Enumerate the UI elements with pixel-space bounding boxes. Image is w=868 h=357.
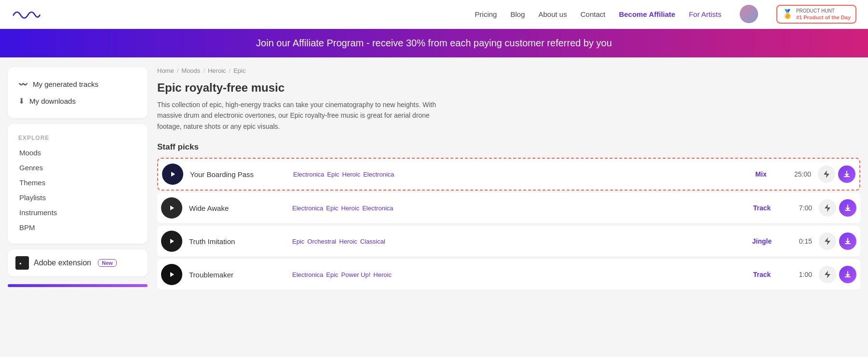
track-tag[interactable]: Electronica: [362, 205, 393, 212]
ph-line1: PRODUCT HUNT: [796, 8, 851, 14]
download-button[interactable]: [839, 199, 856, 217]
track-actions: [819, 233, 856, 250]
svg-text:▪: ▪: [19, 260, 21, 267]
bolt-button[interactable]: [819, 199, 836, 217]
track-tag[interactable]: Orchestral: [307, 238, 336, 245]
sidebar-explore-card: EXPLORE Moods Genres Themes Playlists In…: [8, 124, 148, 244]
track-type: Jingle: [745, 237, 779, 245]
bolt-button[interactable]: [819, 266, 836, 283]
track-row: Troublemaker Electronica Epic Power Up! …: [157, 259, 860, 290]
sidebar-item-my-generated-tracks[interactable]: 〰️ My generated tracks: [15, 76, 140, 93]
sidebar-item-label: My downloads: [29, 97, 76, 105]
breadcrumb-home[interactable]: Home: [157, 67, 174, 74]
breadcrumb-heroic[interactable]: Heroic: [208, 67, 226, 74]
track-tag[interactable]: Power Up!: [341, 271, 371, 278]
download-icon: ⬇: [18, 96, 25, 106]
track-tag[interactable]: Heroic: [339, 238, 357, 245]
breadcrumb-sep: /: [229, 67, 231, 74]
banner-text: Join our Affiliate Program - receive 30%…: [256, 38, 612, 48]
track-duration: 0:15: [786, 237, 812, 245]
track-tag[interactable]: Epic: [326, 205, 338, 212]
track-tag[interactable]: Electronica: [292, 205, 323, 212]
track-actions: [818, 165, 855, 183]
nav-for-artists[interactable]: For Artists: [689, 10, 721, 18]
sidebar-item-genres[interactable]: Genres: [15, 160, 140, 175]
track-actions: [819, 266, 856, 283]
sidebar-item-label: My generated tracks: [33, 80, 98, 88]
track-type: Track: [745, 271, 779, 278]
sidebar-item-playlists[interactable]: Playlists: [15, 190, 140, 205]
topnav: Pricing Blog About us Contact Become Aff…: [0, 0, 868, 29]
main-content: Home / Moods / Heroic / Epic Epic royalt…: [157, 67, 860, 342]
track-list: Your Boarding Pass Electronica Epic Hero…: [157, 158, 860, 292]
breadcrumb-moods[interactable]: Moods: [181, 67, 200, 74]
track-tag[interactable]: Heroic: [341, 205, 360, 212]
track-tag[interactable]: Electronica: [363, 171, 394, 178]
new-badge: New: [98, 259, 117, 267]
track-row: Wide Awake Electronica Epic Heroic Elect…: [157, 192, 860, 224]
sidebar-item-themes[interactable]: Themes: [15, 175, 140, 190]
track-tag[interactable]: Electronica: [292, 271, 323, 278]
sidebar-item-my-downloads[interactable]: ⬇ My downloads: [15, 93, 140, 110]
topnav-links: Pricing Blog About us Contact Become Aff…: [475, 5, 856, 24]
track-tag[interactable]: Epic: [326, 271, 338, 278]
adobe-icon: ▪: [15, 256, 29, 270]
bolt-button[interactable]: [819, 233, 836, 250]
staff-picks-label: Staff picks: [157, 142, 860, 152]
breadcrumb: Home / Moods / Heroic / Epic: [157, 67, 860, 74]
sidebar-item-bpm[interactable]: BPM: [15, 220, 140, 235]
track-tag[interactable]: Heroic: [373, 271, 392, 278]
play-button[interactable]: [162, 164, 183, 185]
avatar[interactable]: [740, 5, 758, 23]
play-button[interactable]: [161, 197, 182, 219]
svg-marker-2: [171, 172, 175, 177]
sidebar-item-moods[interactable]: Moods: [15, 145, 140, 160]
sidebar-progress-bar: [8, 284, 148, 287]
track-name: Wide Awake: [189, 204, 285, 212]
sidebar-user-card: 〰️ My generated tracks ⬇ My downloads: [8, 67, 148, 118]
breadcrumb-sep: /: [203, 67, 205, 74]
track-type: Track: [745, 204, 779, 212]
bolt-button[interactable]: [818, 165, 835, 183]
breadcrumb-sep: /: [177, 67, 179, 74]
track-tags: Electronica Epic Heroic Electronica: [293, 171, 737, 178]
breadcrumb-epic[interactable]: Epic: [233, 67, 245, 74]
track-name: Troublemaker: [189, 271, 285, 279]
track-tag[interactable]: Epic: [327, 171, 339, 178]
nav-blog[interactable]: Blog: [510, 10, 525, 18]
product-hunt-badge[interactable]: 🏅 PRODUCT HUNT #1 Product of the Day: [776, 5, 856, 24]
play-button[interactable]: [161, 231, 182, 252]
adobe-extension-card[interactable]: ▪ Adobe extension New: [8, 249, 148, 276]
play-button[interactable]: [161, 264, 182, 285]
track-type: Mix: [744, 170, 778, 178]
nav-about[interactable]: About us: [539, 10, 567, 18]
adobe-label: Adobe extension: [34, 259, 91, 267]
main-layout: 〰️ My generated tracks ⬇ My downloads EX…: [0, 57, 868, 352]
track-tags: Electronica Epic Power Up! Heroic: [292, 271, 738, 278]
download-button[interactable]: [839, 233, 856, 250]
track-tag[interactable]: Heroic: [342, 171, 361, 178]
track-tag[interactable]: Electronica: [293, 171, 324, 178]
track-tag[interactable]: Classical: [360, 238, 385, 245]
page-description: This collection of epic, high-energy tra…: [157, 99, 447, 132]
nav-affiliate[interactable]: Become Affiliate: [619, 10, 675, 18]
product-hunt-text: PRODUCT HUNT #1 Product of the Day: [796, 8, 851, 21]
download-button[interactable]: [838, 165, 855, 183]
track-actions: [819, 199, 856, 217]
track-tag[interactable]: Epic: [292, 238, 304, 245]
download-button[interactable]: [839, 266, 856, 283]
track-duration: 25:00: [785, 170, 811, 178]
track-row: Your Boarding Pass Electronica Epic Hero…: [157, 158, 860, 191]
affiliate-banner[interactable]: Join our Affiliate Program - receive 30%…: [0, 29, 868, 57]
svg-marker-4: [170, 239, 174, 244]
medal-icon: 🏅: [782, 9, 793, 19]
track-row: Truth Imitation Epic Orchestral Heroic C…: [157, 226, 860, 257]
track-duration: 1:00: [786, 271, 812, 278]
track-name: Truth Imitation: [189, 237, 285, 246]
svg-marker-5: [170, 272, 174, 277]
nav-contact[interactable]: Contact: [581, 10, 606, 18]
nav-pricing[interactable]: Pricing: [475, 10, 497, 18]
explore-label: EXPLORE: [15, 133, 140, 141]
logo[interactable]: [12, 6, 41, 23]
sidebar-item-instruments[interactable]: Instruments: [15, 205, 140, 220]
